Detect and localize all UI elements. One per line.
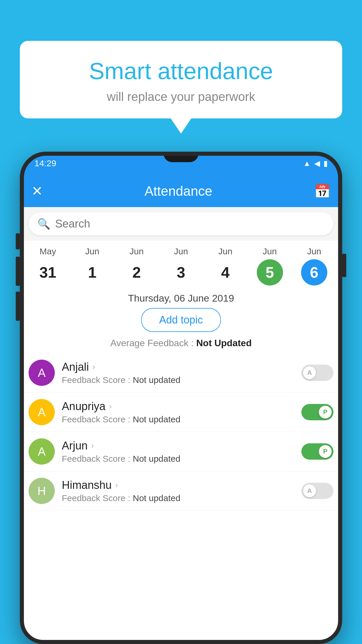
attendance-toggle[interactable]: P	[301, 443, 333, 460]
date-day[interactable]: 2	[124, 259, 150, 286]
avg-feedback-value: Not Updated	[196, 338, 252, 348]
attendance-toggle[interactable]: A	[301, 365, 333, 381]
phone-mute-button	[16, 233, 20, 249]
feedback-score: Feedback Score : Not updated	[62, 454, 294, 464]
student-name: Himanshu ›	[62, 479, 294, 491]
student-info: Anjali ›Feedback Score : Not updated	[62, 361, 294, 385]
speech-bubble-subtitle: will replace your paperwork	[34, 90, 328, 104]
date-item[interactable]: Jun1	[76, 246, 108, 286]
search-input[interactable]	[55, 218, 325, 230]
toggle-knob: A	[303, 366, 316, 379]
date-month: Jun	[85, 246, 99, 256]
student-list: AAnjali ›Feedback Score : Not updatedAAA…	[20, 353, 342, 511]
student-item[interactable]: AAnjali ›Feedback Score : Not updatedA	[20, 353, 342, 393]
student-name: Anjali ›	[62, 361, 294, 373]
phone-volume-up-button	[16, 257, 20, 286]
avatar: H	[29, 478, 55, 504]
phone-screen: 🔍 May31Jun1Jun2Jun3Jun4Jun5Jun6 Thursday…	[20, 207, 342, 644]
avatar: A	[29, 360, 55, 386]
date-item[interactable]: Jun3	[165, 246, 197, 286]
avg-feedback: Average Feedback : Not Updated	[20, 338, 342, 353]
attendance-toggle[interactable]: A	[301, 483, 333, 499]
date-day[interactable]: 6	[301, 259, 327, 286]
chevron-right-icon: ›	[91, 441, 94, 450]
app-bar-title: Attendance	[145, 183, 212, 199]
search-icon: 🔍	[37, 218, 50, 230]
chevron-right-icon: ›	[92, 362, 95, 372]
status-icons: ▲ ◀ ▮	[303, 159, 328, 168]
speech-bubble: Smart attendance will replace your paper…	[20, 41, 342, 118]
phone-power-button	[342, 254, 346, 277]
search-bar[interactable]: 🔍	[29, 212, 333, 235]
date-item[interactable]: May31	[32, 246, 64, 286]
wifi-icon: ▲	[303, 159, 311, 168]
date-month: May	[40, 246, 56, 256]
feedback-score: Feedback Score : Not updated	[62, 493, 294, 503]
avg-feedback-label: Average Feedback :	[110, 338, 194, 348]
date-month: Jun	[218, 246, 232, 256]
date-day[interactable]: 4	[212, 259, 238, 286]
avatar: A	[29, 399, 55, 425]
date-month: Jun	[130, 246, 144, 256]
date-day[interactable]: 1	[79, 259, 105, 286]
phone-device: 14:29 ▲ ◀ ▮ ✕ Attendance 📅 🔍 May31Jun1Ju…	[20, 152, 342, 644]
status-bar: 14:29 ▲ ◀ ▮	[20, 152, 342, 175]
date-item[interactable]: Jun2	[121, 246, 153, 286]
student-item[interactable]: AAnupriya ›Feedback Score : Not updatedP	[20, 393, 342, 432]
avatar: A	[29, 438, 55, 465]
status-time: 14:29	[34, 158, 56, 168]
toggle-knob: A	[303, 484, 316, 497]
selected-date-label: Thursday, 06 June 2019	[20, 286, 342, 308]
battery-icon: ▮	[324, 159, 328, 168]
date-day[interactable]: 5	[257, 259, 283, 286]
date-item[interactable]: Jun4	[209, 246, 241, 286]
date-month: Jun	[263, 246, 277, 256]
date-item[interactable]: Jun5	[254, 246, 286, 286]
attendance-toggle[interactable]: P	[301, 404, 333, 420]
signal-icon: ◀	[314, 159, 320, 168]
calendar-icon[interactable]: 📅	[314, 183, 331, 199]
student-name: Anupriya ›	[62, 400, 294, 413]
chevron-right-icon: ›	[115, 480, 118, 490]
student-info: Himanshu ›Feedback Score : Not updated	[62, 479, 294, 503]
speech-bubble-title: Smart attendance	[34, 58, 328, 84]
chevron-right-icon: ›	[109, 402, 112, 411]
date-month: Jun	[307, 246, 321, 256]
student-info: Anupriya ›Feedback Score : Not updated	[62, 400, 294, 424]
student-info: Arjun ›Feedback Score : Not updated	[62, 440, 294, 464]
feedback-score: Feedback Score : Not updated	[62, 375, 294, 385]
student-item[interactable]: AArjun ›Feedback Score : Not updatedP	[20, 432, 342, 471]
date-month: Jun	[174, 246, 188, 256]
date-strip: May31Jun1Jun2Jun3Jun4Jun5Jun6	[20, 241, 342, 286]
toggle-knob: P	[319, 406, 332, 419]
phone-volume-down-button	[16, 292, 20, 321]
date-day[interactable]: 3	[168, 259, 194, 286]
student-name: Arjun ›	[62, 440, 294, 452]
feedback-score: Feedback Score : Not updated	[62, 414, 294, 424]
date-item[interactable]: Jun6	[298, 246, 330, 286]
search-container: 🔍	[20, 207, 342, 241]
close-button[interactable]: ✕	[31, 183, 43, 199]
add-topic-button[interactable]: Add topic	[141, 308, 221, 332]
date-day[interactable]: 31	[35, 259, 61, 286]
toggle-knob: P	[319, 445, 332, 458]
student-item[interactable]: HHimanshu ›Feedback Score : Not updatedA	[20, 471, 342, 511]
app-bar: ✕ Attendance 📅	[20, 175, 342, 207]
